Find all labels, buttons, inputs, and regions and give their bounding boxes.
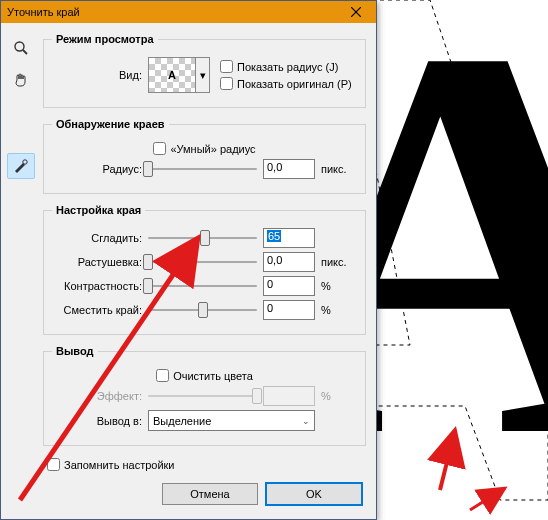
refine-edge-dialog: Уточнить край Режим просмотра (0, 0, 377, 520)
svg-point-4 (23, 160, 27, 164)
contrast-input[interactable]: 0 (263, 276, 315, 296)
hand-icon (13, 72, 29, 88)
smooth-input[interactable]: 65 (263, 228, 315, 248)
contrast-slider[interactable] (148, 277, 257, 295)
shift-edge-slider[interactable] (148, 301, 257, 319)
dialog-title: Уточнить край (7, 6, 80, 18)
view-label: Вид: (52, 69, 142, 81)
effect-units: % (321, 390, 357, 402)
titlebar[interactable]: Уточнить край (1, 1, 376, 23)
radius-slider[interactable] (148, 160, 257, 178)
effect-label: Эффект: (52, 390, 142, 402)
radius-label: Радиус: (52, 163, 142, 175)
output-to-label: Вывод в: (52, 415, 142, 427)
brush-icon (12, 157, 30, 175)
close-button[interactable] (336, 1, 376, 23)
effect-slider (148, 387, 257, 405)
effect-input (263, 386, 315, 406)
output-to-value: Выделение (153, 415, 211, 427)
decontaminate-checkbox[interactable]: Очистить цвета (156, 369, 253, 382)
view-mode-group: Режим просмотра Вид: A ▾ Показать радиус… (43, 33, 366, 108)
output-to-select[interactable]: Выделение ⌄ (148, 410, 315, 431)
contrast-label: Контрастность: (52, 280, 142, 292)
view-preview-swatch[interactable]: A (148, 57, 196, 93)
feather-input[interactable]: 0,0 (263, 252, 315, 272)
chevron-down-icon: ▾ (200, 69, 206, 82)
shift-edge-label: Сместить край: (52, 304, 142, 316)
edge-detection-group: Обнаружение краев «Умный» радиус Радиус:… (43, 118, 366, 194)
output-legend: Вывод (52, 345, 98, 357)
smart-radius-label: «Умный» радиус (170, 143, 255, 155)
remember-settings-checkbox[interactable]: Запомнить настройки (47, 458, 175, 471)
feather-units: пикс. (321, 256, 357, 268)
chevron-down-icon: ⌄ (302, 416, 310, 426)
smart-radius-checkbox[interactable]: «Умный» радиус (153, 142, 255, 155)
ok-label: OK (306, 488, 322, 500)
output-group: Вывод Очистить цвета Эффект: % Вывод в: … (43, 345, 366, 446)
svg-line-3 (23, 50, 27, 54)
zoom-tool[interactable] (7, 35, 35, 61)
view-mode-legend: Режим просмотра (52, 33, 158, 45)
remember-settings-label: Запомнить настройки (64, 459, 175, 471)
contrast-units: % (321, 280, 357, 292)
svg-point-2 (15, 42, 24, 51)
smooth-slider[interactable] (148, 229, 257, 247)
adjust-edge-legend: Настройка края (52, 204, 145, 216)
feather-label: Растушевка: (52, 256, 142, 268)
radius-units: пикс. (321, 163, 357, 175)
shift-edge-input[interactable]: 0 (263, 300, 315, 320)
feather-slider[interactable] (148, 253, 257, 271)
refine-brush-tool[interactable] (7, 153, 35, 179)
magnifier-icon (13, 40, 29, 56)
view-preview-dropdown[interactable]: ▾ (196, 57, 210, 93)
shift-edge-units: % (321, 304, 357, 316)
swatch-letter: A (168, 69, 176, 81)
show-original-label: Показать оригинал (P) (237, 78, 352, 90)
close-icon (351, 7, 361, 17)
cancel-button[interactable]: Отмена (162, 483, 258, 505)
decontaminate-label: Очистить цвета (173, 370, 253, 382)
edge-detection-legend: Обнаружение краев (52, 118, 169, 130)
show-radius-checkbox[interactable]: Показать радиус (J) (220, 60, 352, 73)
radius-input[interactable]: 0,0 (263, 159, 315, 179)
show-original-checkbox[interactable]: Показать оригинал (P) (220, 77, 352, 90)
cancel-label: Отмена (190, 488, 229, 500)
hand-tool[interactable] (7, 67, 35, 93)
smooth-label: Сгладить: (52, 232, 142, 244)
show-radius-label: Показать радиус (J) (237, 61, 338, 73)
adjust-edge-group: Настройка края Сгладить: 65 Растушевка: … (43, 204, 366, 335)
ok-button[interactable]: OK (266, 483, 362, 505)
